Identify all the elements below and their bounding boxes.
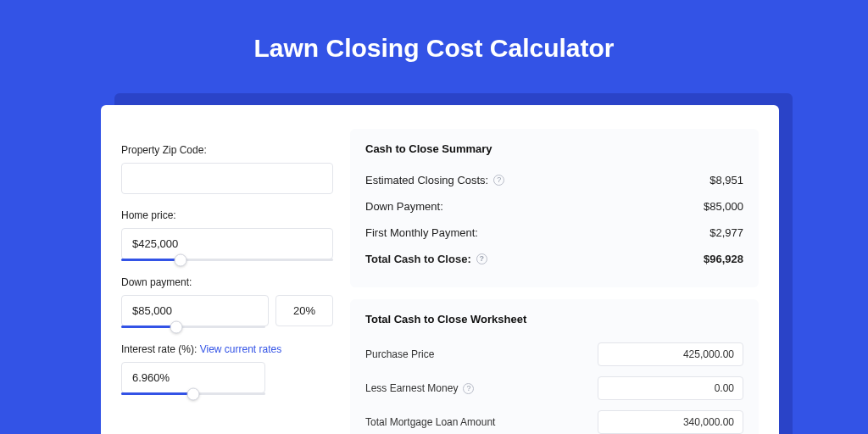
- summary-label-text: Total Cash to Close:: [365, 253, 471, 265]
- summary-row-total: Total Cash to Close: ? $96,928: [365, 246, 743, 272]
- worksheet-value-input[interactable]: [598, 376, 743, 400]
- home-price-field: Home price:: [121, 209, 333, 261]
- interest-slider[interactable]: [121, 392, 265, 395]
- slider-thumb[interactable]: [175, 253, 187, 266]
- slider-fill: [121, 259, 181, 261]
- worksheet-row-purchase-price: Purchase Price: [365, 337, 743, 371]
- down-payment-input[interactable]: [121, 295, 269, 326]
- calculator-card: Property Zip Code: Home price: Down paym…: [101, 105, 779, 434]
- summary-value: $8,951: [709, 174, 743, 186]
- worksheet-label-text: Total Mortgage Loan Amount: [365, 416, 495, 428]
- inputs-column: Property Zip Code: Home price: Down paym…: [121, 129, 333, 434]
- home-price-input[interactable]: [121, 228, 333, 259]
- worksheet-row-earnest-money: Less Earnest Money ?: [365, 371, 743, 405]
- down-payment-label: Down payment:: [121, 276, 333, 288]
- summary-label-text: Down Payment:: [365, 200, 443, 213]
- down-payment-pct-input[interactable]: [275, 295, 333, 326]
- summary-row-first-payment: First Monthly Payment: $2,977: [365, 220, 743, 246]
- summary-value: $85,000: [704, 200, 743, 213]
- interest-field: Interest rate (%): View current rates: [121, 343, 333, 395]
- down-payment-slider[interactable]: [121, 326, 265, 328]
- worksheet-label-text: Purchase Price: [365, 348, 434, 360]
- help-icon[interactable]: ?: [463, 383, 474, 394]
- slider-thumb[interactable]: [187, 387, 200, 400]
- worksheet-heading: Total Cash to Close Worksheet: [365, 313, 743, 326]
- summary-value: $2,977: [709, 226, 743, 239]
- summary-heading: Cash to Close Summary: [365, 142, 743, 155]
- slider-fill: [121, 326, 176, 328]
- slider-thumb[interactable]: [170, 320, 182, 333]
- worksheet-label-text: Less Earnest Money: [365, 382, 458, 394]
- worksheet-value-input[interactable]: [598, 342, 743, 366]
- interest-label: Interest rate (%): View current rates: [121, 343, 333, 355]
- summary-row-down-payment: Down Payment: $85,000: [365, 193, 743, 220]
- interest-label-text: Interest rate (%):: [121, 343, 200, 355]
- worksheet-row-mortgage-amount: Total Mortgage Loan Amount: [365, 405, 743, 434]
- home-price-label: Home price:: [121, 209, 333, 221]
- zip-field: Property Zip Code:: [121, 144, 333, 194]
- home-price-slider[interactable]: [121, 259, 333, 261]
- down-payment-field: Down payment:: [121, 276, 333, 328]
- slider-fill: [121, 392, 193, 395]
- help-icon[interactable]: ?: [476, 253, 487, 264]
- summary-label-text: Estimated Closing Costs:: [365, 174, 488, 186]
- summary-row-closing-costs: Estimated Closing Costs: ? $8,951: [365, 167, 743, 193]
- worksheet-value-input[interactable]: [598, 410, 743, 434]
- zip-label: Property Zip Code:: [121, 144, 333, 156]
- summary-value: $96,928: [704, 253, 743, 265]
- summary-label-text: First Monthly Payment:: [365, 226, 478, 239]
- page-title: Lawn Closing Cost Calculator: [0, 0, 868, 88]
- worksheet-panel: Total Cash to Close Worksheet Purchase P…: [350, 299, 759, 434]
- results-column: Cash to Close Summary Estimated Closing …: [350, 129, 759, 434]
- zip-input[interactable]: [121, 163, 333, 194]
- summary-panel: Cash to Close Summary Estimated Closing …: [350, 129, 759, 287]
- help-icon[interactable]: ?: [493, 175, 504, 186]
- view-rates-link[interactable]: View current rates: [200, 343, 282, 355]
